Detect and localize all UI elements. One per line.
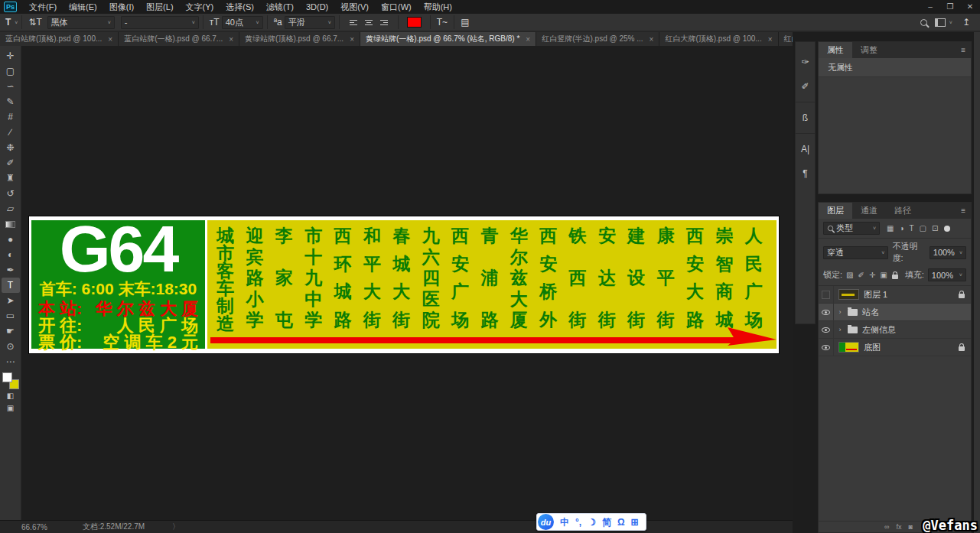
glyphs-panel-icon[interactable]: ß [796,106,815,130]
marquee-tool[interactable]: ▢ [2,63,20,79]
align-center-button[interactable] [363,17,375,28]
type-tool[interactable]: T [2,278,20,293]
lock-position-icon[interactable]: ✛ [869,271,875,279]
document-tab[interactable]: 蓝白站牌(顶格).psd @ 100...× [0,32,119,46]
menu-item[interactable]: 图层(L) [140,0,179,14]
layer-row[interactable]: ›站名 [819,304,971,321]
blur-tool[interactable]: ● [2,232,20,247]
layer-row[interactable]: ›左侧信息 [819,321,971,339]
layer-thumbnail[interactable] [838,289,859,300]
type-tool-icon[interactable]: T [5,17,11,28]
close-button[interactable]: ✕ [960,0,980,14]
properties-tab[interactable]: 属性 [819,42,852,58]
filter-pixel-layers-icon[interactable]: ▦ [887,224,894,232]
tab-close-icon[interactable]: × [229,35,233,44]
minimize-button[interactable]: – [920,0,940,14]
filter-pin-icon[interactable] [944,226,950,232]
text-color-swatch[interactable] [407,17,422,28]
filter-type-layers-icon[interactable]: T [910,224,914,232]
document-tab[interactable]: 黄绿站牌(一格).psd @ 66.7% (站名, RGB/8) *× [360,32,536,46]
ime-simplified[interactable]: 简 [602,518,611,527]
menu-item[interactable]: 选择(S) [220,0,260,14]
tab-close-icon[interactable]: × [526,35,530,44]
panel-menu-icon[interactable]: ≡ [961,46,965,54]
baidu-ime-logo-icon[interactable]: du [538,514,554,530]
menu-item[interactable]: 图像(I) [103,0,140,14]
document-tab[interactable]: 红白竖牌(半边).psd @ 25% ...× [536,32,659,46]
document-canvas[interactable]: G64 首车: 6:00 末车:18:30 本 站:华 尔 兹 大 厦开 往:人… [29,216,779,353]
healing-brush-tool[interactable]: ❉ [2,140,20,155]
dodge-tool[interactable]: ◐ [2,247,20,262]
tab-close-icon[interactable]: × [768,35,773,44]
menu-item[interactable]: 视图(V) [334,0,375,14]
lock-all-icon[interactable] [892,275,898,279]
move-tool[interactable]: ✛ [2,48,20,63]
quick-mask-button[interactable]: ◧ [2,389,20,401]
filter-adjustment-layers-icon[interactable]: ◑ [899,224,903,232]
document-tab[interactable]: 红白大牌(顶格).psd @ 100...× [659,32,778,46]
opacity-select[interactable]: 100%˅ [930,246,966,259]
menu-item[interactable]: 窗口(W) [375,0,418,14]
group-expander-icon[interactable]: › [835,308,845,316]
menu-item[interactable]: 滤镜(T) [260,0,300,14]
layers-tab[interactable]: 通道 [852,203,886,219]
align-left-button[interactable] [348,17,360,28]
zoom-level[interactable]: 66.67% [21,523,47,531]
text-orientation-icon[interactable]: ⇅T [28,17,41,28]
filter-smart-objects-icon[interactable]: ⊡ [932,224,938,232]
lock-paint-icon[interactable]: ✐ [858,271,864,279]
tab-close-icon[interactable]: × [350,35,354,44]
tool-preset-chevron-icon[interactable]: ˅ [15,20,18,25]
workspace-switcher[interactable]: ˅ [935,18,952,27]
layer-mask-icon[interactable]: ◙ [909,523,913,531]
menu-item[interactable]: 文件(F) [23,0,63,14]
lasso-tool[interactable]: ∽ [2,79,20,94]
blend-mode-select[interactable]: 穿透˅ [823,246,888,259]
search-icon[interactable] [920,19,927,26]
paragraph-panel-icon[interactable]: ¶ [796,161,815,186]
menu-item[interactable]: 3D(D) [300,0,334,14]
layer-thumbnail[interactable] [838,342,859,353]
visibility-toggle[interactable] [819,339,834,356]
ime-night-moon-icon[interactable]: ☽ [588,518,596,527]
layer-row[interactable]: 图层 1 [819,286,971,304]
screen-mode-button[interactable]: ▣ [2,401,20,414]
layer-effects-icon[interactable]: fx [897,523,902,531]
tab-close-icon[interactable]: × [650,35,654,44]
visibility-toggle[interactable] [819,321,834,338]
document-tab[interactable]: 黄绿站牌(顶格).psd @ 66.7...× [239,32,360,46]
toggle-panels-icon[interactable]: ▤ [461,17,469,28]
layer-filter-select[interactable]: 类型˅ [823,222,880,235]
zoom-tool[interactable]: ⊙ [2,339,20,354]
link-layers-icon[interactable]: ∞ [884,523,889,531]
panel-menu-icon[interactable]: ≡ [961,206,965,215]
edit-toolbar[interactable]: ⋯ [2,354,20,369]
quick-selection-tool[interactable]: ✎ [2,94,20,109]
anti-alias-select[interactable]: 平滑˅ [285,16,335,29]
properties-tab[interactable]: 调整 [852,42,886,58]
tab-close-icon[interactable]: × [108,35,112,44]
menu-item[interactable]: 帮助(H) [418,0,458,14]
eyedropper-tool[interactable]: ∕ [2,125,20,140]
align-right-button[interactable] [377,17,389,28]
foreground-color-swatch[interactable] [2,372,12,382]
ime-account-icon[interactable]: Ω [617,518,625,527]
font-size-select[interactable]: 40点˅ [222,16,263,29]
character-panel-icon[interactable]: A| [796,137,815,161]
crop-tool[interactable]: # [2,109,20,125]
fill-select[interactable]: 100%˅ [928,268,966,281]
filter-shape-layers-icon[interactable]: ▢ [920,224,926,232]
ime-toolbox-icon[interactable]: ⊞ [631,518,639,527]
ime-punctuation[interactable]: °, [575,518,581,527]
brushes-icon[interactable]: ✐ [796,74,815,99]
hand-tool[interactable]: ☛ [2,323,20,339]
layers-tab[interactable]: 路径 [886,203,920,219]
path-selection-tool[interactable]: ➤ [2,293,20,308]
ime-chinese-mode[interactable]: 中 [560,518,569,527]
font-style-select[interactable]: -˅ [121,16,199,29]
layers-tab[interactable]: 图层 [819,203,852,219]
history-brush-tool[interactable]: ↺ [2,186,20,201]
lock-transparency-icon[interactable]: ▨ [846,271,853,279]
eraser-tool[interactable]: ▱ [2,201,20,216]
document-tab[interactable]: 蓝白站牌(一格).psd @ 66.7...× [119,32,239,46]
